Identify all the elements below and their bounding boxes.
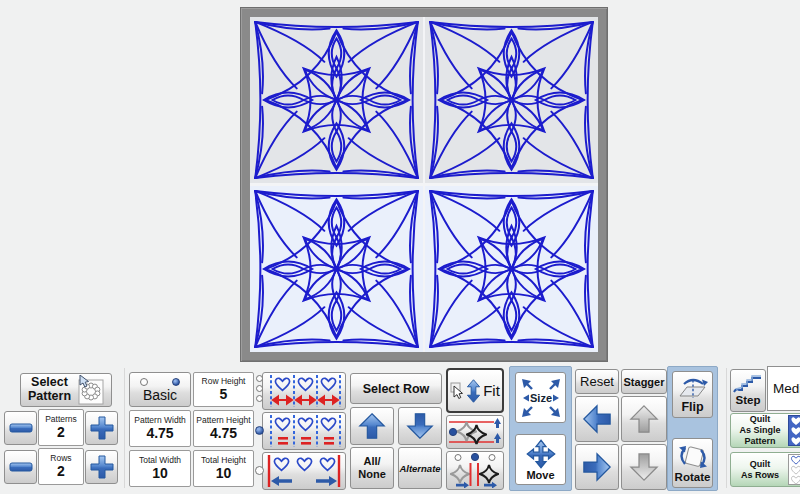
star-stretch-icon — [448, 417, 502, 447]
rotate-button[interactable]: Rotate — [672, 438, 713, 488]
rows-decrement-button[interactable] — [4, 450, 37, 484]
up-arrow-gray-icon — [629, 404, 659, 434]
row-height-field[interactable]: Row Height 5 — [193, 372, 254, 407]
rotate-icon — [676, 443, 710, 471]
plus-icon — [90, 455, 114, 479]
move-button[interactable]: Move — [515, 434, 566, 485]
hearts-equal-icon — [265, 414, 343, 448]
patterns-decrement-button[interactable] — [4, 411, 37, 445]
select-alternate-button[interactable]: Alternate — [398, 447, 442, 489]
reset-button[interactable]: Reset — [575, 369, 619, 394]
svg-text:Size: Size — [529, 392, 551, 404]
pattern-block[interactable] — [425, 17, 598, 183]
flip-icon — [676, 376, 710, 400]
section-divider — [726, 368, 727, 488]
pattern-width-label: Pattern Width — [134, 415, 186, 425]
total-width-label: Total Width — [139, 455, 181, 465]
spacing-radio-equal[interactable] — [255, 426, 264, 435]
step-button[interactable]: Step — [730, 369, 766, 412]
total-height-value: 10 — [216, 465, 232, 483]
rotate-label: Rotate — [675, 471, 711, 483]
total-width-value: 10 — [152, 465, 168, 483]
spacing-radio-1[interactable] — [256, 375, 263, 382]
pattern-height-field[interactable]: Pattern Height 4.75 — [193, 410, 254, 447]
rows-label: Rows — [50, 453, 71, 463]
quilt-rows-label: Quilt As Rows — [737, 459, 783, 481]
spacing-radio-3[interactable] — [256, 395, 263, 402]
quilt-layout-app: Select Pattern Patterns 2 Rows 2 — [0, 0, 800, 494]
basic-mode-button[interactable]: Basic — [129, 372, 191, 407]
pattern-width-field[interactable]: Pattern Width 4.75 — [129, 410, 191, 447]
patterns-value: 2 — [57, 424, 65, 442]
total-height-field[interactable]: Total Height 10 — [193, 450, 254, 487]
select-row-button[interactable]: Select Row — [350, 373, 442, 404]
row-up-button[interactable] — [350, 407, 394, 445]
up-arrow-icon — [358, 412, 386, 440]
nudge-left-button[interactable] — [575, 396, 619, 442]
pattern-preview-grid — [250, 17, 598, 352]
nudge-up-button-disabled[interactable] — [621, 396, 667, 442]
quilt-as-single-pattern-button[interactable]: Quilt As Single Pattern — [730, 413, 800, 448]
nudge-right-button[interactable] — [575, 444, 619, 490]
stagger-button[interactable]: Stagger — [621, 369, 667, 394]
rows-increment-button[interactable] — [85, 450, 118, 484]
spacing-radio-edges[interactable] — [255, 466, 264, 475]
pattern-width-value: 4.75 — [146, 425, 173, 443]
spacing-mode-even-button[interactable] — [262, 372, 346, 410]
stretch-to-row-button[interactable] — [446, 415, 504, 449]
quilt-block-motif — [250, 186, 423, 352]
size-button[interactable]: Size — [515, 372, 566, 423]
section-divider — [124, 368, 125, 488]
basic-radio-off[interactable] — [140, 378, 148, 386]
down-arrow-icon — [406, 412, 434, 440]
rows-count-field[interactable]: Rows 2 — [38, 448, 84, 485]
quilt-block-motif — [425, 17, 598, 183]
select-row-label: Select Row — [363, 382, 430, 396]
pattern-block[interactable] — [250, 17, 423, 183]
select-pattern-button[interactable]: Select Pattern — [20, 373, 112, 407]
move-cross-icon — [526, 439, 556, 469]
total-height-label: Total Height — [201, 455, 246, 465]
step-icon — [733, 375, 763, 394]
pattern-block[interactable] — [425, 186, 598, 352]
patterns-increment-button[interactable] — [85, 411, 118, 445]
cursor-icon — [450, 382, 464, 400]
nudge-down-button-disabled[interactable] — [621, 444, 667, 490]
fit-button[interactable]: Fit — [446, 368, 504, 413]
flip-label: Flip — [681, 400, 703, 414]
align-to-edge-button[interactable] — [446, 451, 504, 490]
spacing-mode-equal-button[interactable] — [262, 412, 346, 450]
basic-radio-on[interactable] — [172, 378, 180, 386]
select-all-none-button[interactable]: All/None — [350, 447, 394, 489]
step-label: Step — [736, 394, 761, 406]
rows-value: 2 — [57, 463, 65, 481]
vertical-fit-arrows-icon — [466, 378, 481, 404]
pattern-preview-frame — [240, 7, 608, 362]
speed-value: Medium — [773, 381, 800, 396]
star-align-icon — [448, 453, 502, 488]
quilt-as-rows-button[interactable]: Quilt As Rows — [730, 452, 800, 487]
row-down-button[interactable] — [398, 407, 442, 445]
hearts-grid-icon — [788, 415, 800, 446]
pattern-height-label: Pattern Height — [196, 415, 250, 425]
spacing-mode-edges-button[interactable] — [262, 452, 346, 490]
patterns-label: Patterns — [45, 414, 77, 424]
left-arrow-icon — [582, 404, 612, 434]
hearts-edge-arrows-icon — [265, 454, 343, 488]
flip-button[interactable]: Flip — [672, 371, 713, 418]
speed-value-box[interactable]: Medium — [767, 366, 800, 411]
move-label: Move — [526, 469, 554, 481]
size-arrows-icon: Size — [519, 376, 563, 420]
total-width-field[interactable]: Total Width 10 — [129, 450, 191, 487]
row-height-label: Row Height — [202, 376, 246, 386]
down-arrow-gray-icon — [629, 452, 659, 482]
minus-icon — [9, 423, 33, 433]
spacing-radio-2[interactable] — [256, 385, 263, 392]
quilt-single-label: Quilt As Single Pattern — [737, 414, 783, 446]
right-arrow-icon — [582, 452, 612, 482]
pattern-height-value: 4.75 — [210, 425, 237, 443]
patterns-count-field[interactable]: Patterns 2 — [38, 409, 84, 446]
basic-label: Basic — [143, 387, 177, 403]
fit-label: Fit — [483, 382, 500, 399]
pattern-block[interactable] — [250, 186, 423, 352]
